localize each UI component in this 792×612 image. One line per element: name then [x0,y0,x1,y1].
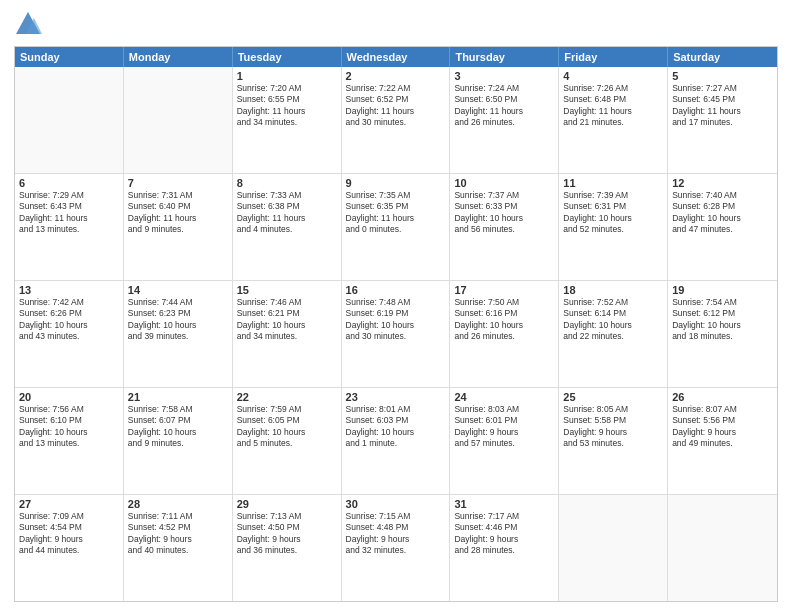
day-info: Sunrise: 7:33 AM Sunset: 6:38 PM Dayligh… [237,190,337,236]
calendar-row-5: 27Sunrise: 7:09 AM Sunset: 4:54 PM Dayli… [15,495,777,601]
table-row: 11Sunrise: 7:39 AM Sunset: 6:31 PM Dayli… [559,174,668,280]
table-row: 15Sunrise: 7:46 AM Sunset: 6:21 PM Dayli… [233,281,342,387]
day-info: Sunrise: 7:20 AM Sunset: 6:55 PM Dayligh… [237,83,337,129]
day-info: Sunrise: 7:56 AM Sunset: 6:10 PM Dayligh… [19,404,119,450]
table-row: 12Sunrise: 7:40 AM Sunset: 6:28 PM Dayli… [668,174,777,280]
day-info: Sunrise: 7:26 AM Sunset: 6:48 PM Dayligh… [563,83,663,129]
day-number: 9 [346,177,446,189]
day-number: 7 [128,177,228,189]
table-row: 24Sunrise: 8:03 AM Sunset: 6:01 PM Dayli… [450,388,559,494]
day-number: 23 [346,391,446,403]
header-day-thursday: Thursday [450,47,559,67]
day-info: Sunrise: 7:35 AM Sunset: 6:35 PM Dayligh… [346,190,446,236]
day-info: Sunrise: 8:01 AM Sunset: 6:03 PM Dayligh… [346,404,446,450]
table-row: 28Sunrise: 7:11 AM Sunset: 4:52 PM Dayli… [124,495,233,601]
table-row: 18Sunrise: 7:52 AM Sunset: 6:14 PM Dayli… [559,281,668,387]
day-number: 5 [672,70,773,82]
day-number: 15 [237,284,337,296]
day-number: 21 [128,391,228,403]
header-day-wednesday: Wednesday [342,47,451,67]
day-number: 29 [237,498,337,510]
day-info: Sunrise: 8:07 AM Sunset: 5:56 PM Dayligh… [672,404,773,450]
day-number: 26 [672,391,773,403]
calendar-row-3: 13Sunrise: 7:42 AM Sunset: 6:26 PM Dayli… [15,281,777,388]
day-info: Sunrise: 7:44 AM Sunset: 6:23 PM Dayligh… [128,297,228,343]
day-number: 22 [237,391,337,403]
day-number: 20 [19,391,119,403]
table-row [124,67,233,173]
day-number: 16 [346,284,446,296]
table-row: 31Sunrise: 7:17 AM Sunset: 4:46 PM Dayli… [450,495,559,601]
day-number: 30 [346,498,446,510]
table-row: 25Sunrise: 8:05 AM Sunset: 5:58 PM Dayli… [559,388,668,494]
day-info: Sunrise: 8:05 AM Sunset: 5:58 PM Dayligh… [563,404,663,450]
table-row: 23Sunrise: 8:01 AM Sunset: 6:03 PM Dayli… [342,388,451,494]
logo [14,10,46,38]
day-info: Sunrise: 7:50 AM Sunset: 6:16 PM Dayligh… [454,297,554,343]
day-number: 25 [563,391,663,403]
calendar-body: 1Sunrise: 7:20 AM Sunset: 6:55 PM Daylig… [15,67,777,601]
table-row: 29Sunrise: 7:13 AM Sunset: 4:50 PM Dayli… [233,495,342,601]
day-number: 19 [672,284,773,296]
day-info: Sunrise: 7:37 AM Sunset: 6:33 PM Dayligh… [454,190,554,236]
table-row: 16Sunrise: 7:48 AM Sunset: 6:19 PM Dayli… [342,281,451,387]
day-info: Sunrise: 7:09 AM Sunset: 4:54 PM Dayligh… [19,511,119,557]
page: SundayMondayTuesdayWednesdayThursdayFrid… [0,0,792,612]
header [14,10,778,38]
table-row [559,495,668,601]
calendar-row-4: 20Sunrise: 7:56 AM Sunset: 6:10 PM Dayli… [15,388,777,495]
day-number: 28 [128,498,228,510]
day-info: Sunrise: 7:58 AM Sunset: 6:07 PM Dayligh… [128,404,228,450]
day-info: Sunrise: 7:42 AM Sunset: 6:26 PM Dayligh… [19,297,119,343]
table-row: 21Sunrise: 7:58 AM Sunset: 6:07 PM Dayli… [124,388,233,494]
header-day-saturday: Saturday [668,47,777,67]
table-row: 17Sunrise: 7:50 AM Sunset: 6:16 PM Dayli… [450,281,559,387]
calendar-row-2: 6Sunrise: 7:29 AM Sunset: 6:43 PM Daylig… [15,174,777,281]
day-number: 11 [563,177,663,189]
day-number: 10 [454,177,554,189]
day-info: Sunrise: 7:17 AM Sunset: 4:46 PM Dayligh… [454,511,554,557]
day-info: Sunrise: 7:52 AM Sunset: 6:14 PM Dayligh… [563,297,663,343]
day-info: Sunrise: 7:31 AM Sunset: 6:40 PM Dayligh… [128,190,228,236]
day-info: Sunrise: 7:46 AM Sunset: 6:21 PM Dayligh… [237,297,337,343]
table-row: 13Sunrise: 7:42 AM Sunset: 6:26 PM Dayli… [15,281,124,387]
day-number: 27 [19,498,119,510]
calendar-header: SundayMondayTuesdayWednesdayThursdayFrid… [15,47,777,67]
table-row [668,495,777,601]
table-row: 27Sunrise: 7:09 AM Sunset: 4:54 PM Dayli… [15,495,124,601]
day-number: 2 [346,70,446,82]
header-day-tuesday: Tuesday [233,47,342,67]
day-info: Sunrise: 7:24 AM Sunset: 6:50 PM Dayligh… [454,83,554,129]
day-info: Sunrise: 7:11 AM Sunset: 4:52 PM Dayligh… [128,511,228,557]
table-row: 30Sunrise: 7:15 AM Sunset: 4:48 PM Dayli… [342,495,451,601]
day-info: Sunrise: 7:27 AM Sunset: 6:45 PM Dayligh… [672,83,773,129]
day-number: 13 [19,284,119,296]
day-info: Sunrise: 7:40 AM Sunset: 6:28 PM Dayligh… [672,190,773,236]
table-row: 6Sunrise: 7:29 AM Sunset: 6:43 PM Daylig… [15,174,124,280]
day-number: 17 [454,284,554,296]
table-row: 8Sunrise: 7:33 AM Sunset: 6:38 PM Daylig… [233,174,342,280]
table-row: 10Sunrise: 7:37 AM Sunset: 6:33 PM Dayli… [450,174,559,280]
table-row: 26Sunrise: 8:07 AM Sunset: 5:56 PM Dayli… [668,388,777,494]
table-row: 7Sunrise: 7:31 AM Sunset: 6:40 PM Daylig… [124,174,233,280]
table-row: 4Sunrise: 7:26 AM Sunset: 6:48 PM Daylig… [559,67,668,173]
table-row: 9Sunrise: 7:35 AM Sunset: 6:35 PM Daylig… [342,174,451,280]
day-number: 6 [19,177,119,189]
day-number: 3 [454,70,554,82]
table-row: 14Sunrise: 7:44 AM Sunset: 6:23 PM Dayli… [124,281,233,387]
day-number: 31 [454,498,554,510]
day-number: 12 [672,177,773,189]
day-number: 4 [563,70,663,82]
header-day-friday: Friday [559,47,668,67]
table-row: 3Sunrise: 7:24 AM Sunset: 6:50 PM Daylig… [450,67,559,173]
table-row: 20Sunrise: 7:56 AM Sunset: 6:10 PM Dayli… [15,388,124,494]
day-info: Sunrise: 7:59 AM Sunset: 6:05 PM Dayligh… [237,404,337,450]
calendar-row-1: 1Sunrise: 7:20 AM Sunset: 6:55 PM Daylig… [15,67,777,174]
table-row: 19Sunrise: 7:54 AM Sunset: 6:12 PM Dayli… [668,281,777,387]
day-info: Sunrise: 7:22 AM Sunset: 6:52 PM Dayligh… [346,83,446,129]
header-day-sunday: Sunday [15,47,124,67]
day-info: Sunrise: 7:13 AM Sunset: 4:50 PM Dayligh… [237,511,337,557]
day-number: 14 [128,284,228,296]
table-row: 5Sunrise: 7:27 AM Sunset: 6:45 PM Daylig… [668,67,777,173]
logo-icon [14,10,42,38]
